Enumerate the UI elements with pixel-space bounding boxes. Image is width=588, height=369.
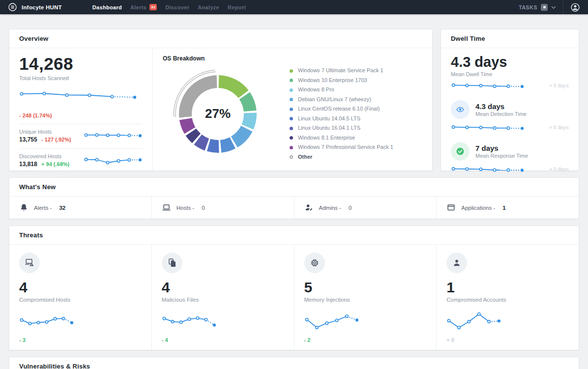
legend-item: Windows 7 Professional Service Pack 1: [290, 142, 393, 152]
legend-dot: [290, 136, 293, 140]
compromised-accounts-delta: + 0: [446, 337, 569, 343]
legend-dot: [290, 155, 293, 159]
compromised-accounts-sparkline: [446, 310, 501, 331]
legend-item: Linux CentOS release 6.10 (Final): [290, 104, 393, 114]
alerts-new-count: 32: [59, 205, 65, 211]
memory-injections-sparkline: [304, 310, 359, 331]
discovered-hosts-value: 13,818: [19, 161, 37, 168]
whats-new-hosts[interactable]: Hosts -0: [151, 197, 294, 219]
malicious-files-value: 4: [162, 280, 284, 295]
legend-item: Windows 8.1 Enterprise: [290, 133, 393, 143]
threats-card: Threats 4 Compromised Hosts - 3 4: [9, 226, 579, 350]
memory-injections-value: 5: [304, 280, 427, 295]
vulnerabilities-title: Vulnerabilities & Risks: [9, 357, 579, 369]
threats-title: Threats: [9, 226, 579, 245]
top-nav: Infocyte HUNT Dashboard Alerts32 Discove…: [0, 0, 588, 14]
nav-item-report[interactable]: Report: [228, 4, 246, 10]
vulnerabilities-card: Vulnerabilities & Risks: [9, 357, 579, 369]
whats-new-admins[interactable]: Admins -0: [294, 197, 437, 219]
compromised-host-icon: [19, 253, 40, 273]
legend-dot: [290, 108, 293, 111]
applications-new-count: 1: [502, 205, 505, 211]
legend-dot: [290, 88, 293, 92]
total-hosts-sparkline: [19, 86, 137, 107]
user-account-icon[interactable]: [570, 2, 580, 12]
total-hosts-label: Total Hosts Scanned: [19, 75, 143, 81]
total-hosts-value: 14,268: [19, 55, 143, 73]
nav-item-alerts[interactable]: Alerts32: [130, 4, 157, 10]
nav-divider: [563, 0, 563, 14]
malicious-files-icon: [162, 253, 182, 273]
app-window-icon: [446, 203, 456, 212]
legend-item: Windows 7 Ultimate Service Pack 1: [290, 66, 393, 76]
mean-detection-label: Mean Detection Time: [475, 111, 527, 117]
nav-item-dashboard[interactable]: Dashboard: [92, 4, 122, 10]
bell-icon: [19, 203, 29, 212]
malicious-files-delta: - 4: [162, 337, 284, 343]
memory-injections-card[interactable]: 5 Memory Injections - 2: [294, 245, 437, 350]
chevron-down-icon: [551, 6, 556, 9]
whats-new-card: What's New Alerts -32 Hosts -0: [9, 177, 579, 219]
compromised-accounts-card[interactable]: 1 Compromised Accounts + 0: [436, 245, 579, 350]
legend-item: Linux Ubuntu 14.04.5 LTS: [290, 114, 393, 124]
legend-item: Debian GNU/Linux 7 (wheezy): [290, 95, 393, 105]
os-breakdown-title: OS Breakdown: [163, 55, 422, 62]
admins-new-count: 0: [349, 205, 352, 211]
legend-dot: [290, 79, 293, 82]
mean-response-sparkline: [451, 164, 525, 175]
mean-response-delta: + 0 days: [549, 167, 569, 172]
legend-item: Linux Ubuntu 16.04.1 LTS: [290, 123, 393, 133]
memory-injections-delta: - 2: [304, 337, 427, 343]
discovered-hosts-delta: + 94 (.68%): [41, 161, 69, 167]
tasks-count-badge: [541, 4, 548, 11]
unique-hosts-sparkline: [84, 129, 143, 142]
legend-item: Windows 8 Pro: [290, 85, 393, 95]
legend-dot: [290, 69, 293, 73]
overview-title: Overview: [9, 29, 432, 48]
mean-dwell-label: Mean Dwell Time: [451, 71, 569, 77]
person-icon: [446, 253, 467, 273]
compromised-accounts-value: 1: [446, 280, 569, 295]
legend-item: Other: [290, 152, 393, 162]
infocyte-logo-icon[interactable]: [8, 2, 17, 12]
mean-response-block: 7 days Mean Response Time + 0 days: [451, 142, 569, 175]
unique-hosts-delta: - 127 (.92%): [41, 137, 71, 142]
os-breakdown-donut-chart: 27%: [168, 64, 268, 164]
compromised-hosts-sparkline: [19, 310, 74, 331]
mean-response-label: Mean Response Time: [475, 153, 528, 159]
whats-new-title: What's New: [9, 178, 579, 197]
malicious-files-label: Malicious Files: [162, 297, 284, 303]
brand-title: Infocyte HUNT: [22, 4, 62, 10]
malicious-files-sparkline: [162, 310, 217, 331]
compromised-hosts-value: 4: [19, 280, 142, 295]
alerts-count-badge: 32: [149, 4, 157, 10]
nav-right: TASKS: [519, 0, 580, 14]
tasks-dropdown[interactable]: TASKS: [519, 4, 563, 11]
total-hosts-delta: - 248 (1.74%): [19, 113, 143, 118]
eye-icon: [451, 100, 470, 119]
hosts-new-count: 0: [202, 205, 205, 211]
compromised-hosts-label: Compromised Hosts: [19, 297, 142, 303]
laptop-icon: [162, 203, 171, 212]
discovered-hosts-sparkline: [84, 153, 143, 168]
os-breakdown-legend: Windows 7 Ultimate Service Pack 1 Window…: [290, 66, 393, 162]
compromised-hosts-card[interactable]: 4 Compromised Hosts - 3: [9, 245, 151, 350]
nav-item-discover[interactable]: Discover: [165, 4, 189, 10]
os-breakdown-panel: OS Breakdown 27% Windows 7 Ultimate Serv…: [153, 48, 432, 173]
whats-new-applications[interactable]: Applications -1: [436, 197, 579, 219]
legend-dot: [290, 98, 293, 101]
dashboard-page: Infocyte HUNT Dashboard Alerts32 Discove…: [0, 0, 588, 369]
legend-dot: [290, 117, 293, 120]
mean-dwell-value: 4.3 days: [451, 55, 569, 70]
nav-item-analyze[interactable]: Analyze: [198, 4, 219, 10]
check-circle-icon: [451, 142, 470, 161]
admin-edit-icon: [304, 203, 314, 212]
nav-menu: Dashboard Alerts32 Discover Analyze Repo…: [92, 4, 246, 10]
legend-item: Windows 10 Enterprise 1703: [290, 76, 393, 85]
mean-detection-value: 4.3 days: [475, 102, 527, 111]
malicious-files-card[interactable]: 4 Malicious Files - 4: [151, 245, 294, 350]
legend-dot: [290, 146, 293, 149]
compromised-accounts-label: Compromised Accounts: [446, 297, 569, 303]
whats-new-alerts[interactable]: Alerts -32: [9, 197, 151, 219]
hosts-scanned-panel: 14,268 Total Hosts Scanned - 248 (1.74%)…: [9, 48, 153, 173]
